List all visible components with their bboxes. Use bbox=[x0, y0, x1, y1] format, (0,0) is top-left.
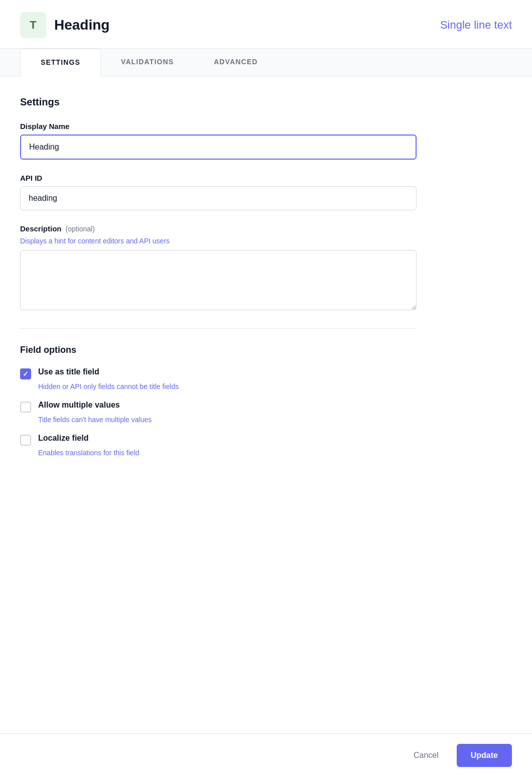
tab-advanced[interactable]: ADVANCED bbox=[194, 49, 278, 76]
page-title: Heading bbox=[54, 17, 109, 33]
localize-field-label: Localize field bbox=[38, 434, 88, 443]
localize-field-option: Localize field Enables translations for … bbox=[20, 434, 432, 457]
title-field-label: Use as title field bbox=[38, 367, 99, 376]
localize-field-description: Enables translations for this field bbox=[38, 449, 432, 457]
header-left: T Heading bbox=[20, 12, 109, 38]
api-id-label: API ID bbox=[20, 174, 432, 182]
settings-section-title: Settings bbox=[20, 96, 432, 108]
field-type-label: Single line text bbox=[440, 19, 512, 32]
localize-field-row: Localize field bbox=[20, 434, 432, 446]
cancel-button[interactable]: Cancel bbox=[404, 745, 449, 766]
multiple-values-label: Allow multiple values bbox=[38, 401, 120, 410]
main-content: Settings Display Name API ID Description… bbox=[0, 76, 452, 487]
field-type-icon: T bbox=[20, 12, 46, 38]
field-options-title: Field options bbox=[20, 345, 432, 355]
update-button[interactable]: Update bbox=[457, 744, 512, 767]
description-label: Description (optional) bbox=[20, 224, 432, 233]
description-hint: Displays a hint for content editors and … bbox=[20, 237, 432, 245]
title-field-checkbox[interactable] bbox=[20, 368, 31, 379]
multiple-values-row: Allow multiple values bbox=[20, 401, 432, 413]
tabs-bar: SETTINGS VALIDATIONS ADVANCED bbox=[0, 49, 532, 76]
description-textarea[interactable] bbox=[20, 250, 417, 310]
description-group: Description (optional) Displays a hint f… bbox=[20, 224, 432, 312]
multiple-values-checkbox[interactable] bbox=[20, 402, 31, 413]
section-divider bbox=[20, 328, 417, 329]
api-id-input[interactable] bbox=[20, 186, 417, 210]
api-id-group: API ID bbox=[20, 174, 432, 210]
display-name-group: Display Name bbox=[20, 122, 432, 160]
header: T Heading Single line text bbox=[0, 0, 532, 49]
footer: Cancel Update bbox=[0, 733, 532, 777]
multiple-values-option: Allow multiple values Title fields can't… bbox=[20, 401, 432, 424]
localize-field-checkbox[interactable] bbox=[20, 435, 31, 446]
multiple-values-description: Title fields can't have multiple values bbox=[38, 416, 432, 424]
display-name-input[interactable] bbox=[20, 135, 417, 160]
title-field-option: Use as title field Hidden or API only fi… bbox=[20, 367, 432, 391]
optional-label: (optional) bbox=[66, 225, 95, 233]
title-field-description: Hidden or API only fields cannot be titl… bbox=[38, 382, 432, 391]
field-options-section: Field options Use as title field Hidden … bbox=[20, 345, 432, 457]
title-field-row: Use as title field bbox=[20, 367, 432, 379]
tab-validations[interactable]: VALIDATIONS bbox=[101, 49, 194, 76]
display-name-label: Display Name bbox=[20, 122, 432, 131]
tab-settings[interactable]: SETTINGS bbox=[20, 49, 101, 76]
